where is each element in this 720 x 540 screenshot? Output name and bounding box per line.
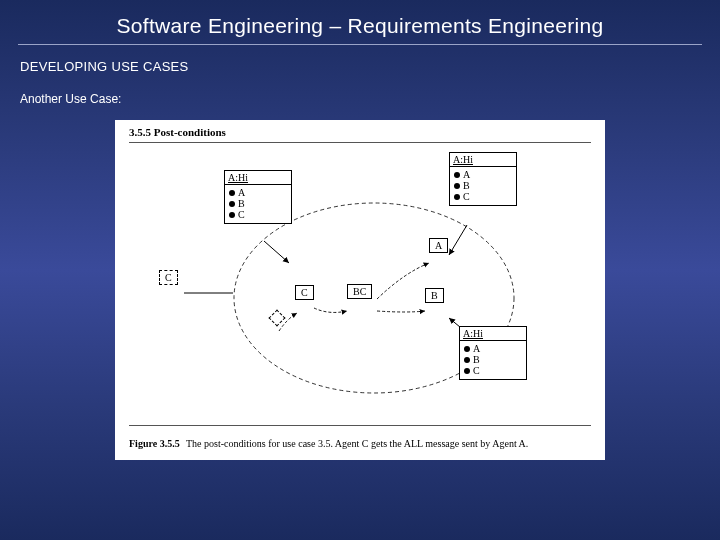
bullet-icon	[229, 190, 235, 196]
tag-c-outer: C	[159, 270, 178, 285]
tag-c-inner: C	[295, 285, 314, 300]
bullet-icon	[454, 172, 460, 178]
slide-title: Software Engineering – Requirements Engi…	[18, 14, 702, 38]
bullet-icon	[464, 357, 470, 363]
svg-line-3	[449, 225, 467, 255]
node-hi-left-label: A:Hi	[225, 171, 291, 185]
node-hi-left: A:Hi A B C	[224, 170, 292, 224]
figure-bottom-rule	[129, 425, 591, 426]
node-item: B	[473, 354, 480, 365]
node-item: B	[238, 198, 245, 209]
svg-line-2	[264, 241, 289, 263]
section-heading: DEVELOPING USE CASES	[20, 59, 702, 74]
node-item: A	[463, 169, 470, 180]
bullet-icon	[229, 201, 235, 207]
bullet-icon	[464, 346, 470, 352]
bullet-icon	[229, 212, 235, 218]
node-hi-botright: A:Hi A B C	[459, 326, 527, 380]
figure-caption-lead: Figure 3.5.5	[129, 438, 180, 449]
bullet-icon	[454, 183, 460, 189]
node-item: B	[463, 180, 470, 191]
figure-top-rule	[129, 142, 591, 143]
figure-heading: 3.5.5 Post-conditions	[129, 126, 226, 138]
bullet-icon	[464, 368, 470, 374]
title-underline	[18, 44, 702, 45]
tag-b: B	[425, 288, 444, 303]
figure-caption-text: The post-conditions for use case 3.5. Ag…	[186, 438, 528, 449]
node-hi-botright-label: A:Hi	[460, 327, 526, 341]
figure: 3.5.5 Post-conditions	[115, 120, 605, 460]
node-item: C	[473, 365, 480, 376]
node-item: A	[473, 343, 480, 354]
node-hi-topright-label: A:Hi	[450, 153, 516, 167]
bullet-icon	[454, 194, 460, 200]
node-item: A	[238, 187, 245, 198]
node-item: C	[238, 209, 245, 220]
node-hi-topright: A:Hi A B C	[449, 152, 517, 206]
tag-a: A	[429, 238, 448, 253]
subsection-heading: Another Use Case:	[20, 92, 702, 106]
node-item: C	[463, 191, 470, 202]
slide: Software Engineering – Requirements Engi…	[0, 0, 720, 540]
figure-caption: Figure 3.5.5 The post-conditions for use…	[129, 437, 591, 451]
tag-bc: BC	[347, 284, 372, 299]
diagram: A:Hi A B C A:Hi A B C A:Hi	[129, 148, 591, 418]
diamond-icon	[269, 310, 286, 327]
